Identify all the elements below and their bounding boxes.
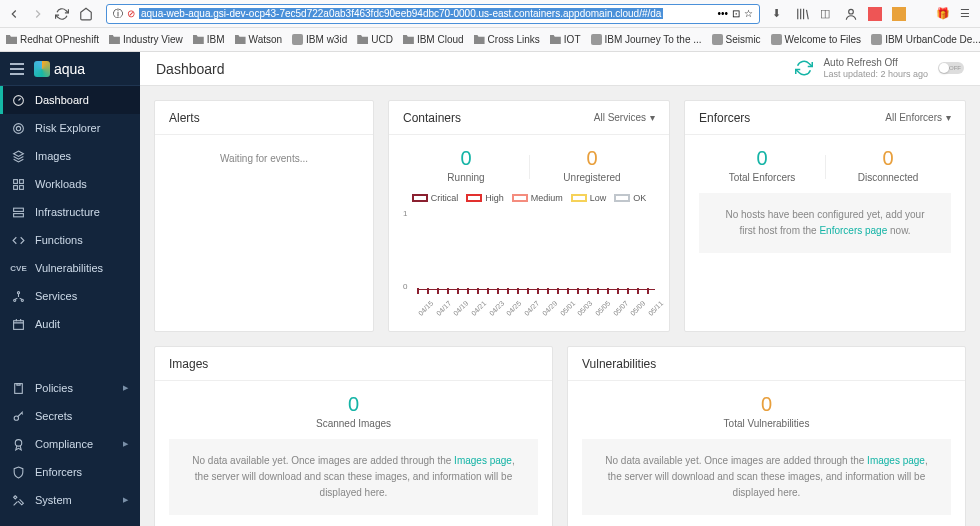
gift-icon[interactable]: 🎁 [936,7,950,21]
svg-point-15 [14,415,18,419]
bookmark-item[interactable]: Seismic [712,34,761,45]
chart-x-label: 04/17 [435,306,446,317]
bookmark-item[interactable]: IBM w3id [292,34,347,45]
bookmark-label: Welcome to Files [785,34,862,45]
bookmark-item[interactable]: UCD [357,34,393,45]
vuln-images-page-link[interactable]: Images page [867,455,925,466]
scanned-value: 0 [169,393,538,416]
sidebar-item-infrastructure[interactable]: Infrastructure [0,198,140,226]
sidebar-item-label: Risk Explorer [35,122,100,134]
chart-x-label: 04/25 [505,306,516,317]
home-button[interactable] [78,6,94,22]
chart-x-label: 05/07 [612,306,623,317]
bookmark-item[interactable]: Cross Links [474,34,540,45]
enforcers-filter[interactable]: All Enforcers ▾ [885,112,951,123]
logo[interactable]: aqua [34,61,85,77]
containers-card: Containers All Services ▾ 0 Running 0 Un… [388,100,670,332]
library-icon[interactable] [796,7,810,21]
sidebar-item-secrets[interactable]: Secrets [0,402,140,430]
favicon-icon [871,34,882,45]
sidebar-item-images[interactable]: Images [0,142,140,170]
svg-rect-5 [20,179,24,183]
images-page-link[interactable]: Images page [454,455,512,466]
bookmark-label: Seismic [726,34,761,45]
sidebar-item-functions[interactable]: Functions [0,226,140,254]
bookmark-item[interactable]: IBM Cloud [403,34,464,45]
total-enforcers-label: Total Enforcers [699,172,825,183]
chart-x-label: 05/09 [629,306,640,317]
folder-icon [235,35,246,44]
sidebar-item-label: Policies [35,382,73,394]
tracker-icon[interactable]: ⊘ [127,8,135,19]
header: Dashboard Auto Refresh Off Last updated:… [140,52,980,86]
info-icon[interactable]: ⓘ [113,7,123,21]
url-bar[interactable]: ⓘ ⊘ aqua-web-aqua.gsi-dev-ocp43-7ec5d722… [106,4,760,24]
menu-icon[interactable]: ☰ [960,7,974,21]
containers-title: Containers [403,111,461,125]
disconnected-label: Disconnected [825,172,951,183]
bookmark-item[interactable]: IOT [550,34,581,45]
sidebar-item-system[interactable]: System▶ [0,486,140,514]
downloads-icon[interactable]: ⬇ [772,7,786,21]
sidebar-item-enforcers[interactable]: Enforcers [0,458,140,486]
bookmark-item[interactable]: IBM [193,34,225,45]
unregistered-label: Unregistered [529,172,655,183]
sidebar-item-dashboard[interactable]: Dashboard [0,86,140,114]
sidebar-item-workloads[interactable]: Workloads [0,170,140,198]
back-button[interactable] [6,6,22,22]
favicon-icon [712,34,723,45]
bookmark-item[interactable]: Redhat OPneshift [6,34,99,45]
auto-refresh-toggle[interactable]: OFF [938,62,964,74]
sidebar-item-risk-explorer[interactable]: Risk Explorer [0,114,140,142]
svg-rect-8 [14,208,24,211]
total-enforcers-value: 0 [699,147,825,170]
bookmark-label: UCD [371,34,393,45]
more-icon[interactable]: ••• [717,8,728,19]
reader-icon[interactable]: ⊡ [732,8,740,19]
bookmark-label: IBM [207,34,225,45]
refresh-icon[interactable] [795,59,813,77]
svg-rect-13 [14,320,24,329]
favicon-icon [292,34,303,45]
layers-icon [12,150,25,163]
chevron-down-icon: ▾ [946,112,951,123]
sidebar-item-label: Functions [35,234,83,246]
target-icon [12,122,25,135]
chart-x-label: 05/11 [647,306,658,317]
sidebar-item-services[interactable]: Services [0,282,140,310]
svg-point-16 [15,439,22,446]
total-vulns-value: 0 [582,393,951,416]
sidebar-item-compliance[interactable]: Compliance▶ [0,430,140,458]
sidebar-item-policies[interactable]: Policies▶ [0,374,140,402]
sidebar-item-vulnerabilities[interactable]: CVEVulnerabilities [0,254,140,282]
network-icon [12,290,25,303]
bookmark-item[interactable]: Watson [235,34,283,45]
chevron-right-icon: ▶ [123,384,128,392]
folder-icon [550,35,561,44]
sidebar-item-label: Enforcers [35,466,82,478]
ext2-icon[interactable] [892,7,906,21]
svg-point-2 [14,123,24,133]
bookmark-label: IBM Cloud [417,34,464,45]
enforcers-page-link[interactable]: Enforcers page [819,225,887,236]
account-icon[interactable] [844,7,858,21]
favicon-icon [591,34,602,45]
containers-chart: 1 0 04/1504/1704/1904/2104/2304/2504/270… [403,209,655,319]
bookmark-item[interactable]: IBM Journey To the ... [591,34,702,45]
sidebar-toggle[interactable] [10,63,24,75]
sidebar-icon[interactable]: ◫ [820,7,834,21]
bookmark-item[interactable]: IBM UrbanCode De... [871,34,980,45]
bookmark-item[interactable]: Industry View [109,34,183,45]
bookmark-star-icon[interactable]: ☆ [744,8,753,19]
vulnerabilities-card: Vulnerabilities 0 Total Vulnerabilities … [567,346,966,526]
bookmark-label: Watson [249,34,283,45]
sidebar-item-audit[interactable]: Audit [0,310,140,338]
svg-point-10 [17,291,19,293]
chevron-right-icon: ▶ [123,440,128,448]
forward-button[interactable] [30,6,46,22]
containers-filter[interactable]: All Services ▾ [594,112,655,123]
ext1-icon[interactable] [868,7,882,21]
bookmark-item[interactable]: Welcome to Files [771,34,862,45]
disconnected-value: 0 [825,147,951,170]
reload-button[interactable] [54,6,70,22]
